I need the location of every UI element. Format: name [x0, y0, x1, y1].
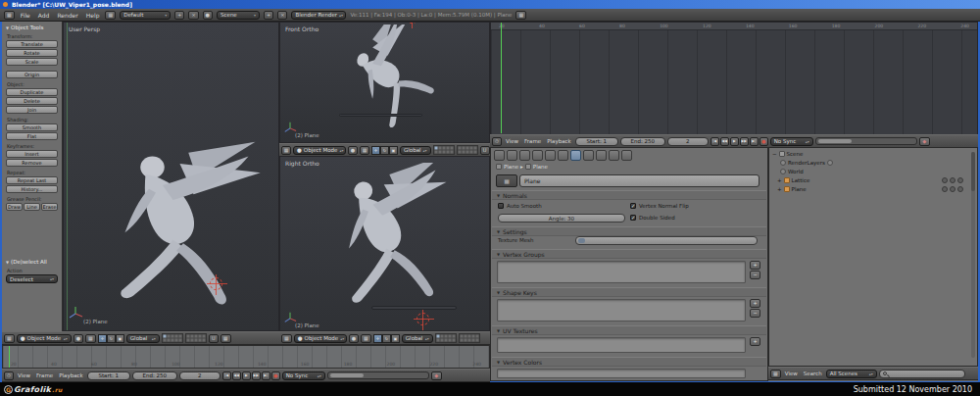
eye-icon[interactable]: [942, 186, 948, 192]
outliner-menu-search[interactable]: Search: [802, 371, 824, 376]
select-arrow-icon[interactable]: [950, 177, 956, 183]
rotate-manipulator-button[interactable]: ↻: [107, 334, 116, 343]
outliner-row-plane[interactable]: + Plane: [777, 185, 807, 193]
vertex-group-add-button[interactable]: +: [750, 261, 760, 270]
timeline-menu-playback[interactable]: Playback: [545, 138, 573, 144]
grease-draw-button[interactable]: Draw: [6, 203, 23, 211]
render-camera-icon[interactable]: [957, 186, 963, 192]
duplicate-button[interactable]: Duplicate: [6, 88, 58, 96]
shading-dropdown[interactable]: ●: [74, 334, 83, 343]
mesh-datablock-icon[interactable]: ▦: [496, 174, 517, 187]
tab-scene[interactable]: [507, 150, 517, 161]
title-bar[interactable]: Blender* [C:\UW_Viper1_pose.blend]: [0, 0, 980, 9]
normals-panel-header[interactable]: ▼Normals: [492, 190, 766, 200]
editor-type-button[interactable]: ⏱: [4, 371, 14, 380]
menu-file[interactable]: File: [19, 12, 32, 19]
delete-button[interactable]: Delete: [6, 97, 58, 105]
action-dropdown[interactable]: Deselect▴▾: [6, 274, 58, 283]
play-button[interactable]: ▶: [730, 137, 739, 146]
current-frame-field[interactable]: 2: [667, 137, 709, 146]
uv-textures-panel-header[interactable]: ▼UV Textures: [492, 325, 766, 335]
scale-manipulator-button[interactable]: ▣: [116, 334, 124, 343]
scene-add-button[interactable]: +: [264, 11, 273, 20]
tab-modifiers[interactable]: [558, 150, 568, 161]
operator-panel-header[interactable]: ▼(De)select All: [6, 259, 58, 265]
outliner-search-field[interactable]: [879, 370, 965, 378]
translate-manipulator-button[interactable]: ✛: [373, 334, 382, 343]
layer-cell[interactable]: [178, 338, 182, 342]
shading-dropdown[interactable]: ●: [349, 334, 359, 343]
play-button[interactable]: ▶: [242, 371, 251, 380]
editor-type-button[interactable]: ▦: [281, 334, 292, 343]
scale-button[interactable]: Scale: [6, 58, 58, 66]
sync-dropdown[interactable]: No Sync▴▾: [770, 137, 813, 146]
viewport-right-ortho[interactable]: Right Ortho (2) Plane: [279, 156, 490, 331]
timeline-menu-view[interactable]: View: [504, 138, 520, 144]
viewport-user-persp[interactable]: User Persp (2) Plane: [63, 22, 279, 331]
snap-magnet-button[interactable]: U: [209, 334, 219, 343]
keying-set-button[interactable]: ◆: [919, 137, 930, 146]
cursor-3d[interactable]: [416, 313, 429, 325]
rotate-button[interactable]: Rotate: [6, 49, 58, 57]
outliner-menu-view[interactable]: View: [783, 371, 800, 376]
smooth-button[interactable]: Smooth: [6, 124, 58, 131]
viewport-front-ortho[interactable]: Front Ortho (2) Plane: [279, 22, 490, 143]
record-button[interactable]: ●: [760, 137, 768, 146]
tab-physics[interactable]: [621, 150, 632, 161]
scene-delete-button[interactable]: ×: [277, 11, 287, 20]
layer-cell[interactable]: [450, 150, 454, 154]
menu-render[interactable]: Render: [55, 12, 79, 19]
frame-end-field[interactable]: End: 250: [620, 137, 665, 146]
layer-cell[interactable]: [473, 150, 477, 154]
settings-panel-header[interactable]: ▼Settings: [492, 226, 766, 236]
join-button[interactable]: Join: [6, 106, 58, 114]
pivot-dropdown[interactable]: ▦: [361, 334, 371, 343]
record-button[interactable]: ●: [271, 371, 280, 380]
vertex-group-remove-button[interactable]: −: [750, 271, 760, 279]
uv-texture-add-button[interactable]: +: [750, 337, 760, 346]
keying-set-button[interactable]: ◆: [431, 371, 442, 380]
orientation-dropdown[interactable]: Global▴▾: [402, 334, 433, 343]
current-frame-line[interactable]: [501, 23, 502, 133]
timeline-slider[interactable]: [327, 371, 429, 379]
shape-key-remove-button[interactable]: −: [750, 309, 760, 318]
model-viper-right[interactable]: [324, 163, 457, 315]
translate-manipulator-button[interactable]: ✛: [98, 334, 107, 343]
next-keyframe-button[interactable]: ▶▶: [740, 137, 749, 146]
mode-dropdown[interactable]: ●Object Mode▴▾: [293, 146, 346, 155]
tab-material[interactable]: [583, 150, 594, 161]
editor-type-button[interactable]: ▦: [4, 334, 15, 343]
current-frame-line[interactable]: [9, 346, 10, 368]
tab-render[interactable]: [494, 150, 505, 161]
collapse-icon[interactable]: −: [772, 151, 777, 157]
timeline-menu-frame[interactable]: Frame: [34, 372, 55, 378]
outliner-row-scene[interactable]: − Scene: [772, 150, 803, 158]
shading-dropdown[interactable]: ●: [348, 146, 358, 155]
next-keyframe-button[interactable]: ▶▶: [252, 371, 261, 380]
mesh-name-field[interactable]: Plane: [519, 174, 760, 187]
origin-button[interactable]: Origin: [6, 71, 58, 78]
editor-type-button[interactable]: ▦: [770, 370, 781, 378]
orientation-dropdown[interactable]: Global▴▾: [400, 146, 431, 155]
tab-world[interactable]: [519, 150, 530, 161]
editor-type-button[interactable]: ▦: [281, 146, 291, 155]
auto-smooth-checkbox[interactable]: [498, 203, 504, 209]
breadcrumb-object[interactable]: Plane: [504, 164, 518, 170]
vertex-colors-list[interactable]: [497, 369, 746, 378]
editor-type-button[interactable]: ▦: [4, 11, 15, 20]
insert-keyframe-button[interactable]: Insert: [6, 150, 58, 158]
layer-cell[interactable]: [475, 338, 479, 342]
prev-keyframe-button[interactable]: ◀◀: [232, 371, 241, 380]
render-opengl-button[interactable]: ▦: [220, 334, 231, 343]
current-frame-field[interactable]: 2: [179, 371, 220, 380]
scene-browse-button[interactable]: ●: [203, 11, 213, 20]
frame-start-field[interactable]: Start: 1: [87, 371, 130, 380]
render-camera-icon[interactable]: [957, 177, 963, 183]
vertex-normal-flip-checkbox[interactable]: ✓: [630, 203, 636, 209]
timeline-ruler-bottom[interactable]: 20406080100120140160180200220240: [2, 345, 490, 369]
flat-button[interactable]: Flat: [6, 132, 58, 140]
history-button[interactable]: History...: [6, 185, 58, 193]
breadcrumb-mesh[interactable]: Plane: [533, 164, 548, 170]
double-sided-checkbox[interactable]: ✓: [630, 215, 636, 221]
expand-icon[interactable]: +: [777, 186, 782, 192]
